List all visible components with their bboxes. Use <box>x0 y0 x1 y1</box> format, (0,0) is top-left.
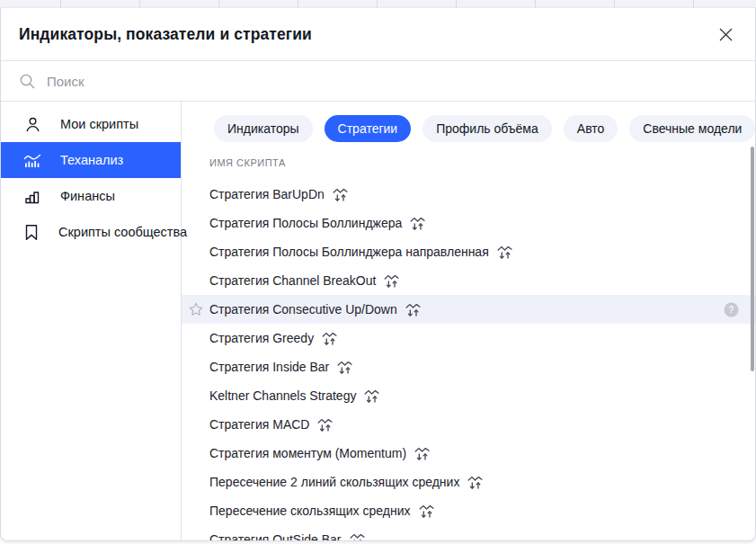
script-name: Стратегия Полосы Боллинджера направленна… <box>209 245 489 259</box>
sidebar: Мои скриптыТеханализФинансыСкрипты сообщ… <box>1 102 182 540</box>
search-input[interactable] <box>45 73 737 90</box>
strategy-icon <box>337 360 353 375</box>
sidebar-item-label: Финансы <box>60 189 115 203</box>
favorite-star-icon[interactable] <box>188 301 204 317</box>
sidebar-item-label: Теханализ <box>60 153 123 167</box>
filter-chips: ИндикаторыСтратегииПрофиль объёмаАвтоСве… <box>182 115 755 142</box>
strategy-icon <box>384 273 400 289</box>
strategy-icon <box>317 417 334 433</box>
strategy-icon <box>333 187 349 202</box>
script-row[interactable]: Пересечение скользящих средних? <box>182 496 755 525</box>
close-button[interactable] <box>716 24 735 44</box>
script-name: Keltner Channels Strategy <box>209 388 356 403</box>
scrollbar-thumb[interactable] <box>751 147 754 371</box>
filter-chip-0[interactable]: Индикаторы <box>214 115 313 142</box>
svg-text:?: ? <box>728 304 734 315</box>
script-row[interactable]: Стратегия OutSide Bar? <box>182 525 755 540</box>
list-header: ИМЯ СКРИПТА <box>209 157 755 170</box>
script-row[interactable]: Стратегия BarUpDn? <box>182 180 755 209</box>
strategy-icon <box>322 331 338 346</box>
strategy-icon <box>497 245 513 260</box>
person-icon <box>22 114 42 134</box>
script-row[interactable]: Keltner Channels Strategy? <box>182 381 755 410</box>
script-name: Пересечение скользящих средних <box>209 504 411 518</box>
script-name: Стратегия OutSide Bar <box>209 532 342 540</box>
help-icon[interactable]: ? <box>724 302 739 317</box>
script-name: Стратегия Greedy <box>209 331 314 345</box>
filter-chip-2[interactable]: Профиль объёма <box>422 115 552 142</box>
filter-chip-4[interactable]: Свечные модели <box>629 115 755 142</box>
dialog-title: Индикаторы, показатели и стратегии <box>19 25 716 44</box>
sidebar-item-1[interactable]: Теханализ <box>1 142 181 178</box>
dialog-header: Индикаторы, показатели и стратегии <box>1 8 755 61</box>
strategy-icon <box>414 446 431 461</box>
script-row[interactable]: Стратегия MACD? <box>182 410 755 439</box>
script-name: Пересечение 2 линий скользящих средних <box>209 475 459 489</box>
strategy-icon <box>350 532 366 541</box>
search-icon <box>19 73 36 90</box>
filter-chip-3[interactable]: Авто <box>564 115 618 142</box>
sidebar-item-0[interactable]: Мои скрипты <box>1 106 181 142</box>
script-row[interactable]: Стратегия Consecutive Up/Down? <box>182 295 755 324</box>
close-icon <box>717 26 734 43</box>
sidebar-item-label: Мои скрипты <box>60 117 138 131</box>
script-name: Стратегия моментум (Momentum) <box>209 446 406 460</box>
indicators-dialog: Индикаторы, показатели и стратегии Мои с… <box>0 7 756 541</box>
script-name: Стратегия MACD <box>209 417 309 432</box>
sidebar-item-label: Скрипты сообщества <box>58 225 187 239</box>
search-bar <box>1 61 755 102</box>
content-panel: ИндикаторыСтратегииПрофиль объёмаАвтоСве… <box>182 102 755 540</box>
sidebar-item-2[interactable]: Финансы <box>1 178 181 214</box>
strategy-icon <box>364 388 380 404</box>
script-row[interactable]: Стратегия Inside Bar? <box>182 352 755 381</box>
script-row[interactable]: Стратегия Полосы Боллинджера направленна… <box>182 237 755 266</box>
filter-chip-1[interactable]: Стратегии <box>325 115 412 142</box>
strategy-icon <box>419 504 435 519</box>
script-name: Стратегия Consecutive Up/Down <box>209 302 397 317</box>
strategy-icon <box>405 302 422 317</box>
finance-bars-icon <box>22 186 42 206</box>
strategy-icon <box>410 216 426 231</box>
dialog-body: Мои скриптыТеханализФинансыСкрипты сообщ… <box>1 102 755 540</box>
script-name: Стратегия Channel BreakOut <box>209 273 376 288</box>
script-row[interactable]: Стратегия Полосы Боллинджера? <box>182 209 755 237</box>
script-list: Стратегия BarUpDn?Стратегия Полосы Болли… <box>182 180 755 540</box>
sidebar-item-3[interactable]: Скрипты сообщества <box>1 214 181 250</box>
script-row[interactable]: Стратегия моментум (Momentum)? <box>182 439 755 468</box>
script-row[interactable]: Стратегия Greedy? <box>182 324 755 352</box>
bookmark-icon <box>22 222 40 242</box>
script-name: Стратегия BarUpDn <box>209 187 325 201</box>
script-row[interactable]: Пересечение 2 линий скользящих средних? <box>182 468 755 496</box>
technical-analysis-icon <box>22 150 42 170</box>
script-name: Стратегия Inside Bar <box>209 360 329 374</box>
script-name: Стратегия Полосы Боллинджера <box>209 216 402 230</box>
strategy-icon <box>467 475 484 490</box>
script-row[interactable]: Стратегия Channel BreakOut? <box>182 266 755 295</box>
